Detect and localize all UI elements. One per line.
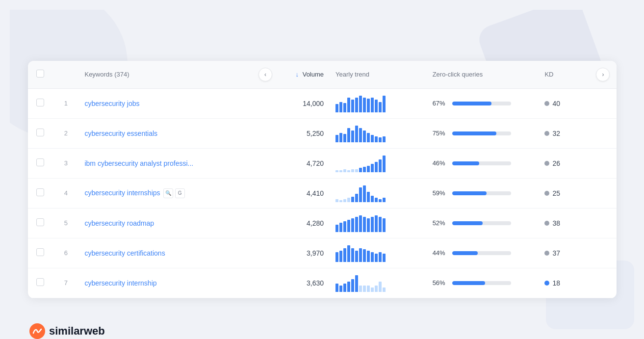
select-all-checkbox[interactable] (36, 70, 44, 78)
row-6-nav (590, 238, 616, 268)
row-2-checkbox[interactable] (36, 129, 44, 136)
row-5-volume: 4,280 (279, 208, 330, 238)
bar-8 (367, 286, 370, 292)
bar-8 (367, 166, 370, 172)
bar-0 (335, 199, 338, 202)
row-2-keyword-cell: cybersecurity essentials (78, 118, 252, 148)
row-7-kd-dot (544, 281, 549, 286)
row-5-zero-pct: 52% (433, 219, 448, 227)
row-3-zero-bar-fill (452, 161, 479, 165)
row-6-kd: 37 (539, 238, 590, 268)
bar-12 (383, 198, 386, 202)
row-6-checkbox[interactable] (36, 248, 44, 256)
bar-3 (347, 98, 350, 112)
row-4-checkbox[interactable] (36, 188, 44, 196)
bar-9 (371, 287, 374, 292)
bar-4 (351, 248, 354, 262)
bar-0 (335, 135, 338, 142)
next-page-button[interactable]: › (596, 68, 610, 81)
row-1-zero-bar-bg (452, 102, 511, 105)
bar-9 (371, 217, 374, 232)
row-7-checkbox[interactable] (36, 278, 44, 286)
bar-6 (359, 168, 362, 172)
row-5-kd: 38 (539, 208, 590, 238)
row-2-keyword-link[interactable]: cybersecurity essentials (84, 130, 157, 137)
header-volume-col[interactable]: ↓ Volume (279, 61, 330, 89)
bar-5 (355, 275, 358, 292)
bar-0 (335, 225, 338, 232)
row-1-keyword-cell: cybersecurity jobs (78, 88, 252, 118)
row-6-zero-pct: 44% (433, 249, 448, 257)
bar-12 (383, 156, 386, 172)
keywords-table: Keywords (374) ‹ ↓ Volume Yearly trend Z… (28, 61, 617, 298)
bar-1 (339, 133, 342, 142)
row-2-kd: 32 (539, 118, 590, 148)
row-3-kd-num: 26 (552, 159, 560, 167)
bar-5 (355, 251, 358, 262)
bar-1 (339, 170, 342, 172)
row-5-keyword-link[interactable]: cybersecurity roadmap (84, 219, 154, 227)
prev-page-button[interactable]: ‹ (258, 68, 272, 81)
bar-2 (343, 221, 346, 232)
serp-icon[interactable]: 🔍 (163, 188, 173, 198)
row-4-keyword-link[interactable]: cybersecurity internships (84, 188, 160, 196)
bar-12 (383, 136, 386, 142)
bar-8 (367, 133, 370, 142)
row-1-keyword-link[interactable]: cybersecurity jobs (84, 100, 139, 107)
row-6-zero-click: 44% (427, 238, 539, 268)
row-4-nav (590, 178, 616, 208)
page-wrapper: Keywords (374) ‹ ↓ Volume Yearly trend Z… (10, 10, 634, 339)
bar-11 (379, 282, 382, 292)
google-icon[interactable]: G (175, 188, 185, 198)
bar-3 (347, 282, 350, 292)
keywords-header-label: Keywords (374) (84, 71, 129, 78)
row-5-checkbox[interactable] (36, 218, 44, 226)
row-5-zero-bar-fill (452, 221, 483, 225)
table-row: 7cybersecurity internship3,630 56% 18 (28, 268, 617, 298)
bar-9 (371, 196, 374, 202)
row-2-kd-dot (544, 131, 549, 136)
row-7-number: 7 (53, 268, 78, 298)
bar-0 (335, 284, 338, 292)
bar-9 (371, 135, 374, 142)
bar-2 (343, 284, 346, 292)
row-5-keyword-cell: cybersecurity roadmap (78, 208, 252, 238)
header-zero-click-col: Zero-click queries (427, 61, 539, 89)
bar-3 (347, 198, 350, 202)
header-num-col (53, 61, 78, 89)
row-2-zero-click: 75% (427, 118, 539, 148)
row-5-divider (252, 208, 279, 238)
bar-1 (339, 286, 342, 292)
row-7-keyword-link[interactable]: cybersecurity internship (84, 279, 156, 287)
bar-10 (375, 162, 378, 172)
row-1-kd: 40 (539, 88, 590, 118)
header-keywords-col: Keywords (374) (78, 61, 252, 89)
bar-7 (363, 185, 366, 202)
row-4-keyword-icons: 🔍 G (163, 188, 185, 198)
bar-5 (355, 169, 358, 172)
footer: similarweb (29, 323, 105, 339)
row-5-zero-click: 52% (427, 208, 539, 238)
bar-4 (351, 100, 354, 112)
row-1-zero-pct: 67% (433, 100, 448, 107)
bar-11 (379, 217, 382, 232)
row-3-checkbox-cell (28, 148, 53, 178)
row-3-keyword-link[interactable]: ibm cybersecurity analyst professi... (84, 159, 193, 167)
row-3-volume: 4,720 (279, 148, 330, 178)
table-body: 1cybersecurity jobs14,000 67% 40 2cybers… (28, 88, 617, 298)
row-2-checkbox-cell (28, 118, 53, 148)
row-7-zero-click: 56% (427, 268, 539, 298)
row-6-keyword-link[interactable]: cybersecurity certifications (84, 249, 165, 257)
bar-2 (343, 199, 346, 202)
bar-10 (375, 254, 378, 262)
bar-8 (367, 251, 370, 262)
row-5-checkbox-cell (28, 208, 53, 238)
bar-5 (355, 98, 358, 112)
bar-7 (363, 98, 366, 112)
row-2-mini-chart (335, 125, 421, 142)
bar-6 (359, 96, 362, 112)
similarweb-logo: similarweb (29, 323, 105, 339)
row-7-checkbox-cell (28, 268, 53, 298)
row-3-checkbox[interactable] (36, 158, 44, 166)
row-1-checkbox[interactable] (36, 99, 44, 106)
